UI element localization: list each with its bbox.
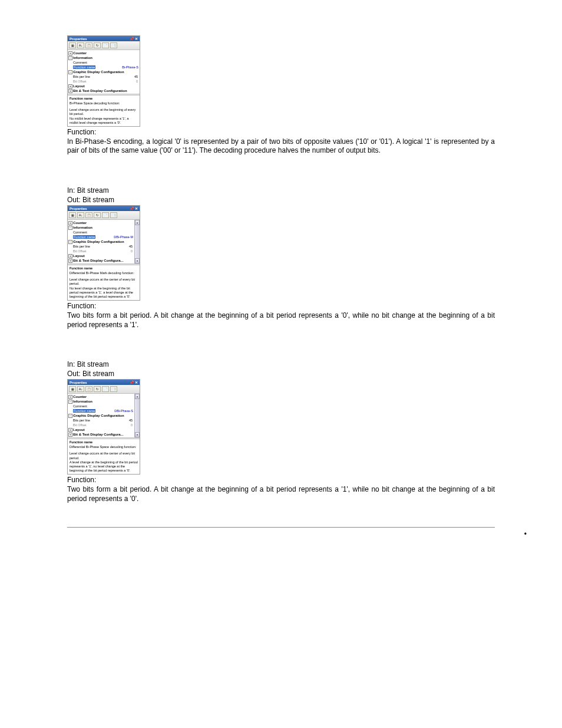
desc-line: Differential Bi-Phase Space decoding fun… [70, 445, 138, 449]
tree-btdc[interactable]: +Bit & Text Display Configura... [68, 432, 134, 437]
tree-counter[interactable]: +Counter [68, 394, 134, 399]
tree-gdc[interactable]: −Graphic Display Configuration [68, 239, 134, 244]
desc-line: Level change occurs at the center of eve… [70, 278, 138, 286]
pin-icon[interactable]: 📌 [130, 206, 134, 210]
pin-icon[interactable]: 📌 [130, 37, 134, 41]
desc-line: A level change at the beginning of the b… [70, 460, 138, 473]
expand-icon[interactable]: + [68, 51, 72, 55]
properties-panel-3: Properties 📌 ✕ ▦ A↓ 📋 ↻ 📄 📑 +Counter −In… [67, 379, 140, 475]
function-heading: Function: [67, 476, 495, 484]
collapse-icon[interactable]: − [68, 226, 72, 230]
tree-function-name[interactable]: Function nameBi-Phase-S [68, 65, 140, 70]
tree-bit-offset[interactable]: Bit Offset0 [68, 249, 134, 253]
tree-bits-per-line[interactable]: Bits per line45 [68, 418, 134, 423]
description-area: Function name Differential Bi-Phase Spac… [68, 439, 140, 474]
tree-comment[interactable]: Comment [68, 230, 134, 235]
toolbar-btn-5[interactable]: 📄 [102, 42, 109, 48]
toolbar-btn-4[interactable]: ↻ [94, 212, 101, 218]
property-tree: +Counter −Information Comment Function n… [68, 50, 140, 94]
toolbar-btn-2[interactable]: A↓ [77, 386, 84, 392]
scroll-down-icon[interactable]: ▾ [135, 258, 140, 263]
tree-btdc[interactable]: +Bit & Text Display Configura... [68, 258, 134, 263]
function-body: In Bi-Phase-S encoding, a logical '0' is… [67, 137, 495, 156]
tree-btdc[interactable]: +Bit & Text Display Configuration [68, 88, 140, 93]
tree-comment[interactable]: Comment [68, 404, 134, 409]
toolbar-btn-4[interactable]: ↻ [94, 42, 101, 48]
tree-bits-per-line[interactable]: Bits per line45 [68, 244, 134, 249]
desc-line: Bi-Phase Space decoding function: [70, 101, 138, 106]
tree-layout[interactable]: +Layout [68, 427, 134, 432]
toolbar-btn-3[interactable]: 📋 [85, 42, 92, 48]
tree-counter[interactable]: +Counter [68, 220, 134, 225]
panel-title-text: Properties [70, 37, 87, 41]
in-line: In: Bit stream [67, 360, 495, 368]
scrollbar[interactable]: ▴ ▾ [134, 220, 140, 263]
expand-icon[interactable]: + [68, 433, 72, 437]
expand-icon[interactable]: + [68, 254, 72, 258]
toolbar-btn-2[interactable]: A↓ [77, 42, 84, 48]
tree-information[interactable]: −Information [68, 55, 140, 60]
panel-title: Properties 📌 ✕ [68, 36, 140, 41]
tree-gdc[interactable]: −Graphic Display Configuration [68, 70, 140, 74]
out-line: Out: Bit stream [67, 196, 495, 204]
desc-line: No level change at the beginning of the … [70, 286, 138, 299]
toolbar-btn-1[interactable]: ▦ [69, 386, 76, 392]
desc-line: Level change occurs at the center of eve… [70, 452, 138, 460]
tree-counter[interactable]: +Counter [68, 51, 140, 55]
pin-icon[interactable]: 📌 [130, 380, 134, 384]
tree-layout[interactable]: +Layout [68, 253, 134, 258]
properties-panel-1: Properties 📌 ✕ ▦ A↓ 📋 ↻ 📄 📑 +Counter −In… [67, 35, 140, 127]
tree-information[interactable]: −Information [68, 399, 134, 404]
collapse-icon[interactable]: − [68, 240, 72, 244]
close-icon[interactable]: ✕ [135, 206, 138, 210]
panel-title-text: Properties [70, 207, 87, 210]
toolbar-btn-6[interactable]: 📑 [110, 42, 117, 48]
toolbar-btn-4[interactable]: ↻ [94, 386, 101, 392]
property-tree: +Counter −Information Comment Function n… [68, 394, 140, 437]
toolbar-btn-1[interactable]: ▦ [69, 212, 76, 218]
scrollbar[interactable]: ▴ ▾ [134, 394, 140, 437]
tree-bit-offset[interactable]: Bit Offset0 [68, 79, 140, 84]
tree-comment[interactable]: Comment [68, 60, 140, 65]
scroll-down-icon[interactable]: ▾ [135, 432, 140, 437]
expand-icon[interactable]: + [68, 395, 72, 399]
tree-bit-offset[interactable]: Bit Offset0 [68, 423, 134, 427]
expand-icon[interactable]: + [68, 221, 72, 225]
panel-toolbar: ▦ A↓ 📋 ↻ 📄 📑 [68, 385, 140, 394]
close-icon[interactable]: ✕ [135, 380, 138, 384]
tree-function-name[interactable]: Function nameDBi-Phase-M [68, 235, 134, 239]
toolbar-btn-5[interactable]: 📄 [102, 212, 109, 218]
panel-toolbar: ▦ A↓ 📋 ↻ 📄 📑 [68, 41, 140, 50]
scroll-up-icon[interactable]: ▴ [135, 394, 140, 399]
panel-toolbar: ▦ A↓ 📋 ↻ 📄 📑 [68, 211, 140, 220]
expand-icon[interactable]: + [68, 84, 72, 88]
toolbar-btn-6[interactable]: 📑 [110, 212, 117, 218]
expand-icon[interactable]: + [68, 89, 72, 93]
collapse-icon[interactable]: − [68, 400, 72, 404]
toolbar-btn-2[interactable]: A↓ [77, 212, 84, 218]
tree-bits-per-line[interactable]: Bits per line45 [68, 74, 140, 79]
tree-information[interactable]: −Information [68, 225, 134, 230]
scroll-up-icon[interactable]: ▴ [135, 220, 140, 225]
expand-icon[interactable]: + [68, 259, 72, 263]
toolbar-btn-3[interactable]: 📋 [85, 386, 92, 392]
function-heading: Function: [67, 302, 495, 310]
toolbar-btn-1[interactable]: ▦ [69, 42, 76, 48]
expand-icon[interactable]: + [68, 428, 72, 432]
tree-layout[interactable]: +Layout [68, 84, 140, 88]
toolbar-btn-6[interactable]: 📑 [110, 386, 117, 392]
function-body: Two bits form a bit period. A bit change… [67, 311, 495, 330]
function-heading: Function: [67, 128, 495, 136]
collapse-icon[interactable]: − [68, 70, 72, 74]
toolbar-btn-3[interactable]: 📋 [85, 212, 92, 218]
desc-line: Differential Bi-Phase Mark decoding func… [70, 271, 138, 275]
toolbar-btn-5[interactable]: 📄 [102, 386, 109, 392]
collapse-icon[interactable]: − [68, 414, 72, 418]
tree-gdc[interactable]: −Graphic Display Configuration [68, 413, 134, 418]
collapse-icon[interactable]: − [68, 56, 72, 60]
desc-line: No midbit level change represents a '1',… [70, 117, 138, 125]
tree-function-name[interactable]: Function nameDBi-Phase-S [68, 409, 134, 413]
out-line: Out: Bit stream [67, 370, 495, 378]
close-icon[interactable]: ✕ [135, 37, 138, 41]
desc-line: Level change occurs at the beginning of … [70, 108, 138, 116]
